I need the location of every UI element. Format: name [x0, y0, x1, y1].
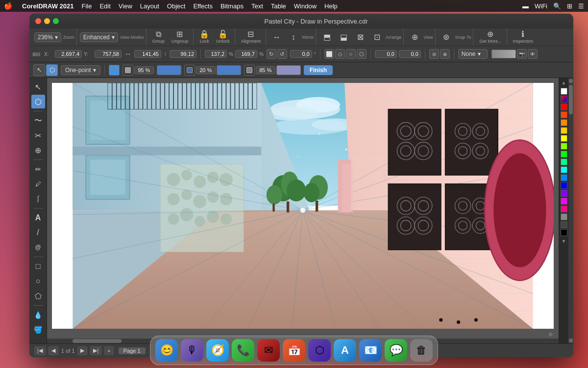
page-last-btn[interactable]: ▶|	[90, 346, 101, 355]
close-button[interactable]	[35, 18, 41, 24]
mirror-v-button[interactable]: ↕	[286, 32, 301, 42]
v-scroll-thumb[interactable]	[569, 85, 573, 114]
snap-btn[interactable]: ⊛	[439, 32, 454, 42]
unlock-button[interactable]: 🔓 Unlock	[213, 29, 233, 45]
tool-ellipse[interactable]: ○	[31, 274, 45, 288]
ungroup-button[interactable]: ⊞ Ungroup	[169, 29, 192, 45]
add-page-btn[interactable]: +	[104, 346, 113, 355]
dock-airmail[interactable]: ✉	[257, 339, 280, 362]
apple-menu[interactable]: 🍎	[4, 2, 12, 10]
menu-file[interactable]: File	[81, 2, 92, 10]
persp-color-btn[interactable]	[109, 65, 120, 76]
dock-finder[interactable]: 😊	[155, 339, 178, 362]
tool-eyedropper[interactable]: 💧	[31, 308, 45, 322]
notification-icon[interactable]: ☰	[578, 2, 584, 10]
tool-pen[interactable]: 🖊	[31, 177, 45, 191]
persp-line-color[interactable]	[157, 65, 181, 75]
dock-messages[interactable]: 💬	[385, 339, 407, 362]
persp-node-btn[interactable]: ⬡	[46, 64, 58, 76]
rotation-input[interactable]	[290, 50, 312, 58]
palette-magenta[interactable]	[561, 198, 567, 205]
dock-trash[interactable]: 🗑	[410, 339, 433, 362]
search-icon[interactable]: 🔍	[553, 2, 561, 10]
palette-green-cyan[interactable]	[561, 158, 567, 165]
tool-node[interactable]: ⬡	[31, 95, 45, 108]
more-icon1[interactable]: ⊘	[429, 49, 439, 59]
v-scroll-up-btn[interactable]	[569, 79, 573, 83]
val1-input[interactable]	[375, 50, 397, 58]
menu-bitmaps[interactable]: Bitmaps	[220, 2, 244, 10]
palette-yellow-green[interactable]	[561, 143, 567, 150]
palette-cyan[interactable]	[561, 166, 567, 173]
palette-violet[interactable]	[561, 190, 567, 197]
view-btn1[interactable]: ⊕	[407, 32, 422, 42]
minimize-button[interactable]	[44, 18, 50, 24]
dock-fantastical[interactable]: 📅	[283, 339, 305, 362]
get-more-button[interactable]: ⊕ Get More...	[476, 29, 504, 45]
page-prev-btn[interactable]: ◀	[49, 346, 58, 355]
palette-gray[interactable]	[561, 213, 567, 220]
palette-blue-cyan[interactable]	[561, 174, 567, 181]
v-scroll-down-btn[interactable]	[569, 339, 573, 342]
perspective-mode-dropdown[interactable]: One-point ▾	[61, 65, 100, 75]
inspectors-button[interactable]: ℹ Inspectors	[510, 29, 537, 45]
palette-white[interactable]	[561, 88, 567, 95]
opacity3-input[interactable]	[256, 66, 275, 74]
shape-poly-icon[interactable]: ⬡	[357, 49, 367, 59]
persp-cursor-btn[interactable]: ↖	[33, 64, 45, 76]
shape-circle-icon[interactable]: ○	[346, 49, 356, 59]
tool-spiral[interactable]: @	[31, 240, 45, 254]
menu-help[interactable]: Help	[324, 2, 338, 10]
palette-pink[interactable]	[561, 206, 567, 212]
menu-text[interactable]: Text	[251, 2, 263, 10]
menu-table[interactable]: Table	[271, 2, 286, 10]
app-name[interactable]: CorelDRAW 2021	[22, 2, 74, 10]
control-center-icon[interactable]: ⊞	[567, 2, 572, 10]
height-input[interactable]	[170, 50, 196, 58]
palette-black[interactable]	[561, 229, 567, 236]
menu-object[interactable]: Object	[167, 2, 186, 10]
size-h-input[interactable]	[235, 50, 257, 58]
lock-button[interactable]: 🔒 Lock	[196, 29, 212, 45]
tool-rectangle[interactable]: □	[31, 260, 45, 273]
wifi-icon[interactable]: WiFi	[535, 2, 547, 10]
rotate-ccw-button[interactable]: ↺	[277, 49, 287, 59]
arrange-btn3[interactable]: ⊠	[352, 32, 368, 42]
dock-appstore[interactable]: A	[334, 339, 356, 362]
menu-view[interactable]: View	[119, 2, 132, 10]
view-modes-dropdown[interactable]: Enhanced ▾	[80, 32, 118, 42]
arrange-btn2[interactable]: ⬓	[336, 32, 351, 42]
page-next-btn[interactable]: ▶	[77, 346, 87, 355]
opacity2-input[interactable]	[196, 66, 216, 74]
palette-red[interactable]	[561, 104, 567, 110]
tool-freehand[interactable]: ✏	[31, 162, 45, 176]
tool-text[interactable]: A	[31, 211, 45, 225]
palette-blue[interactable]	[561, 182, 567, 189]
none-dropdown[interactable]: None ▾	[458, 49, 488, 59]
palette-orange[interactable]	[561, 119, 567, 126]
shape-rect-icon[interactable]: ⬜	[324, 49, 334, 59]
drawing-canvas[interactable]: ✦ ✦ ✦ ✦	[52, 83, 554, 329]
menu-effects[interactable]: Effects	[193, 2, 213, 10]
eye-icon-btn[interactable]: 👁	[528, 49, 538, 59]
menu-edit[interactable]: Edit	[99, 2, 110, 10]
menu-window[interactable]: Window	[294, 2, 317, 10]
persp-color2[interactable]	[217, 65, 241, 75]
palette-dark-gray[interactable]	[561, 221, 567, 228]
more-icon2[interactable]: ⊗	[440, 49, 450, 59]
palette-red-blue[interactable]	[561, 96, 567, 103]
v-scrollbar[interactable]	[568, 78, 573, 343]
zoom-dropdown[interactable]: 236% ▾	[34, 32, 61, 42]
persp-color3[interactable]	[276, 65, 301, 75]
palette-green[interactable]	[561, 151, 567, 158]
tool-pointer[interactable]: ↖	[31, 80, 45, 94]
dock-fantastical2[interactable]: ⬡	[308, 339, 331, 362]
dock-facetime[interactable]: 📞	[232, 339, 254, 362]
finish-button[interactable]: Finish	[304, 65, 333, 75]
palette-yellow[interactable]	[561, 135, 567, 142]
dock-siri[interactable]: 🎙	[181, 339, 203, 362]
page-first-btn[interactable]: |◀	[34, 346, 46, 355]
size-w-input[interactable]	[205, 50, 227, 58]
page-tab[interactable]: Page 1	[119, 347, 146, 354]
opacity1-input[interactable]	[134, 66, 154, 74]
